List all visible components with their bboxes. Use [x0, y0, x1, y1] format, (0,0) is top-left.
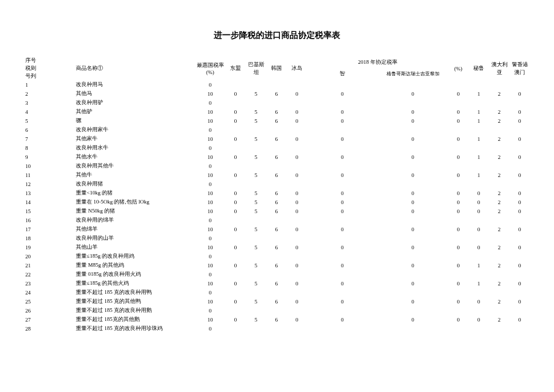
cell-rate — [225, 324, 246, 333]
hdr-asean: 东盟 — [225, 56, 246, 80]
cell-rate: 0 — [287, 261, 307, 270]
hdr-iceland: 冰岛 — [287, 56, 307, 80]
cell-rate — [489, 252, 509, 261]
cell-name: 改良种用驴 — [75, 98, 195, 107]
cell-code — [39, 161, 75, 170]
cell-rate — [489, 288, 509, 297]
cell-idx: 4 — [24, 107, 39, 116]
cell-rate: 0 — [378, 297, 448, 306]
cell-rate: 0 — [448, 107, 468, 116]
cell-rate — [225, 179, 246, 188]
cell-idx: 8 — [24, 143, 39, 152]
cell-rate: 2 — [489, 116, 509, 125]
cell-code — [39, 315, 75, 324]
cell-rate — [287, 80, 307, 89]
cell-rate: 6 — [266, 198, 287, 207]
cell-code — [39, 234, 75, 243]
cell-mfn: 0 — [195, 98, 225, 107]
cell-rate: 0 — [509, 134, 530, 143]
table-row: 18改良种用的山羊0 — [24, 234, 530, 243]
cell-name: 改良种用猪 — [75, 179, 195, 188]
cell-rate: 0 — [509, 116, 530, 125]
cell-name: 其他驴 — [75, 107, 195, 116]
cell-rate — [246, 324, 266, 333]
cell-mfn: 0 — [195, 143, 225, 152]
cell-rate — [509, 306, 530, 315]
cell-rate: 5 — [246, 261, 266, 270]
cell-code — [39, 306, 75, 315]
cell-rate — [307, 234, 378, 243]
cell-rate: 5 — [246, 188, 266, 198]
cell-rate — [266, 161, 287, 170]
cell-rate — [307, 161, 378, 170]
cell-rate — [378, 143, 448, 152]
cell-rate — [468, 98, 489, 107]
cell-rate: 2 — [489, 243, 509, 252]
cell-rate — [448, 80, 468, 89]
cell-rate: 5 — [246, 198, 266, 207]
cell-rate: 0 — [307, 243, 378, 252]
cell-rate — [468, 288, 489, 297]
cell-mfn: 0 — [195, 125, 225, 134]
cell-rate: 6 — [266, 207, 287, 216]
cell-mfn: 0 — [195, 216, 225, 225]
cell-rate — [489, 306, 509, 315]
cell-rate: 2 — [489, 170, 509, 179]
cell-code — [39, 243, 75, 252]
cell-rate: 1 — [468, 261, 489, 270]
cell-rate — [225, 252, 246, 261]
cell-rate — [468, 143, 489, 152]
cell-mfn: 0 — [195, 234, 225, 243]
cell-rate — [378, 288, 448, 297]
cell-rate: 5 — [246, 89, 266, 98]
cell-name: 重量<10kg 的猪 — [75, 188, 195, 198]
cell-rate: 0 — [509, 207, 530, 216]
cell-rate: 2 — [489, 261, 509, 270]
cell-rate: 2 — [489, 152, 509, 161]
cell-rate — [509, 288, 530, 297]
cell-mfn: 10 — [195, 89, 225, 98]
cell-rate: 0 — [225, 152, 246, 161]
cell-rate — [287, 125, 307, 134]
cell-rate: 0 — [225, 243, 246, 252]
cell-rate — [287, 98, 307, 107]
cell-idx: 10 — [24, 161, 39, 170]
cell-rate: 1 — [468, 170, 489, 179]
cell-code — [39, 89, 75, 98]
table-row: 12改良种用猪0 — [24, 179, 530, 188]
hdr-korea: 韩国 — [266, 56, 287, 80]
hdr-georgia-etc: 格鲁哥斯达瑞士吉亚黎加 — [378, 68, 448, 80]
cell-idx: 17 — [24, 225, 39, 234]
table-row: 2其他马100560000120 — [24, 89, 530, 98]
cell-idx: 28 — [24, 324, 39, 333]
cell-rate — [287, 306, 307, 315]
cell-rate: 6 — [266, 107, 287, 116]
cell-rate: 2 — [489, 188, 509, 198]
cell-rate: 0 — [307, 107, 378, 116]
cell-rate — [448, 234, 468, 243]
cell-rate: 0 — [509, 152, 530, 161]
table-row: 7其他家牛100560000120 — [24, 134, 530, 143]
cell-rate — [489, 270, 509, 279]
table-row: 5骡100560000120 — [24, 116, 530, 125]
table-body: 1改良种用马02其他马1005600001203改良种用驴04其他驴100560… — [24, 80, 530, 333]
cell-rate: 6 — [266, 279, 287, 288]
cell-rate — [246, 98, 266, 107]
cell-rate: 0 — [225, 116, 246, 125]
cell-rate: 0 — [287, 198, 307, 207]
cell-rate: 5 — [246, 152, 266, 161]
table-row: 6改良种用家牛0 — [24, 125, 530, 134]
cell-rate: 5 — [246, 315, 266, 324]
cell-rate: 2 — [489, 107, 509, 116]
cell-rate — [509, 324, 530, 333]
cell-rate — [448, 143, 468, 152]
cell-rate: 0 — [307, 134, 378, 143]
hdr-pct: (%) — [448, 56, 468, 80]
cell-rate — [489, 143, 509, 152]
table-row: 15重量 N50kg 的猪100560000020 — [24, 207, 530, 216]
cell-rate: 0 — [378, 279, 448, 288]
cell-idx: 15 — [24, 207, 39, 216]
cell-mfn: 10 — [195, 152, 225, 161]
cell-rate: 0 — [468, 225, 489, 234]
cell-rate — [266, 98, 287, 107]
